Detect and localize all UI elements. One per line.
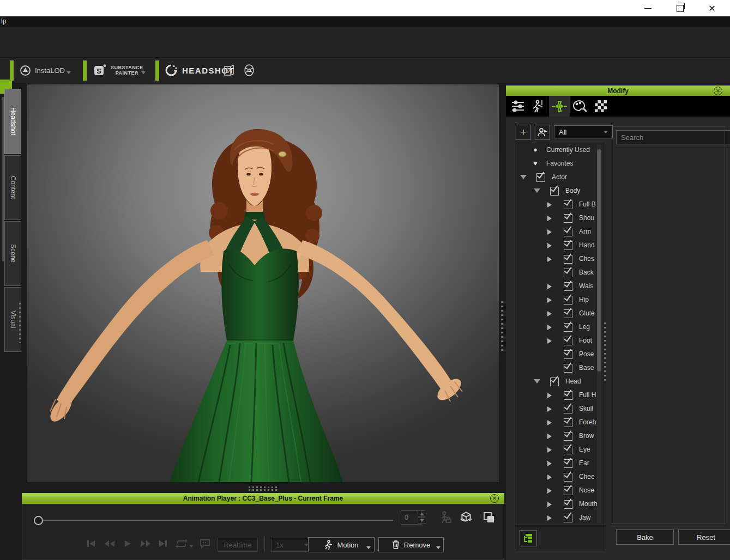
tree-row[interactable]: Base	[515, 361, 606, 375]
speed-dropdown[interactable]: 1x	[271, 538, 313, 552]
tree-row[interactable]: Hip	[515, 293, 606, 307]
checkbox-checked[interactable]	[564, 459, 572, 468]
add-actor-morph-button[interactable]	[535, 125, 550, 140]
checkbox-checked[interactable]	[564, 432, 572, 441]
checkbox-checked[interactable]	[564, 337, 572, 345]
substance-painter-button[interactable]: S SUBSTANCE PAINTER	[93, 62, 143, 79]
category-filter-dropdown[interactable]: All	[554, 125, 613, 138]
remove-button[interactable]: Remove	[378, 537, 444, 552]
tree-row[interactable]: Hand	[515, 239, 606, 252]
tree-row[interactable]: Jaw	[515, 511, 606, 525]
duplicate-view-button[interactable]	[482, 511, 496, 524]
tree-row[interactable]: Ear	[515, 456, 606, 470]
checkbox-checked[interactable]	[564, 228, 572, 236]
restore-button[interactable]	[667, 0, 692, 16]
minimize-button[interactable]	[635, 0, 660, 16]
checkbox-checked[interactable]	[564, 255, 572, 264]
tree-row[interactable]: Leg	[515, 320, 606, 334]
tree-view-toggle-button[interactable]	[520, 530, 537, 546]
checkbox-checked[interactable]	[564, 446, 572, 454]
modify-close-icon[interactable]: ✕	[714, 87, 722, 95]
expand-icon[interactable]	[547, 515, 552, 521]
tree-row[interactable]: Body	[515, 184, 606, 198]
expand-icon[interactable]	[547, 474, 552, 480]
frame-up-button[interactable]	[418, 510, 426, 517]
expand-icon[interactable]	[547, 420, 552, 425]
expand-icon[interactable]	[547, 297, 552, 303]
expand-icon[interactable]	[547, 216, 552, 221]
tree-row[interactable]: Glute	[515, 307, 606, 320]
checkbox-checked[interactable]	[564, 282, 572, 291]
tree-row[interactable]: Mouth	[515, 497, 606, 511]
checkbox-checked[interactable]	[564, 391, 572, 400]
mirror-card-button[interactable]	[222, 63, 236, 77]
expand-icon[interactable]	[547, 461, 552, 466]
tree-row[interactable]: Actor	[515, 171, 606, 184]
tree-row[interactable]: Shou	[515, 211, 606, 225]
mask-button[interactable]	[242, 63, 256, 77]
expand-icon[interactable]	[547, 434, 552, 439]
tree-row[interactable]: Foreh	[515, 416, 606, 429]
tab-headshot[interactable]: Headshot	[4, 89, 21, 154]
tab-material[interactable]	[590, 96, 611, 117]
expand-icon[interactable]	[547, 229, 552, 235]
tree-row[interactable]: Skull	[515, 402, 606, 416]
last-frame-button[interactable]	[158, 539, 168, 548]
bottom-splitter-handle[interactable]	[249, 486, 279, 491]
checkbox-checked[interactable]	[564, 214, 572, 223]
expand-icon[interactable]	[547, 502, 552, 507]
anim-player-titlebar[interactable]: Animation Player : CC3_Base_Plus - Curre…	[22, 493, 504, 504]
anim-player-close-icon[interactable]: ✕	[490, 494, 499, 503]
motion-dropdown-arrow[interactable]	[366, 546, 371, 549]
expand-icon[interactable]	[547, 406, 552, 412]
tree-row[interactable]: Arm	[515, 225, 606, 239]
checkbox-checked[interactable]	[564, 309, 572, 318]
checkbox-checked[interactable]	[564, 500, 572, 509]
reset-button[interactable]: Reset	[678, 529, 730, 545]
collapse-icon[interactable]	[534, 188, 540, 193]
expand-icon[interactable]	[547, 311, 552, 316]
checkbox-checked[interactable]	[564, 514, 572, 522]
expand-icon[interactable]	[547, 257, 552, 262]
checkbox-checked[interactable]	[564, 350, 572, 359]
timeline-slider-knob[interactable]	[34, 516, 43, 525]
checkbox-checked[interactable]	[564, 269, 572, 277]
rewind-button[interactable]	[104, 539, 116, 548]
tree-row[interactable]: Back	[515, 266, 606, 279]
tree-row[interactable]: Pose	[515, 348, 606, 361]
expand-icon[interactable]	[547, 488, 552, 494]
right-splitter-handle[interactable]	[501, 301, 503, 354]
expand-icon[interactable]	[547, 325, 552, 330]
first-frame-button[interactable]	[86, 539, 96, 548]
play-button[interactable]	[123, 539, 132, 548]
tree-scrollbar[interactable]	[597, 145, 601, 523]
tab-content[interactable]: Content	[4, 155, 21, 220]
checkbox-checked[interactable]	[536, 173, 545, 182]
left-splitter-handle[interactable]	[19, 303, 21, 343]
checkbox-checked[interactable]	[564, 405, 572, 413]
tree-row[interactable]: Full B	[515, 198, 606, 211]
close-button[interactable]: ✕	[699, 0, 725, 16]
checkbox-checked[interactable]	[564, 296, 572, 305]
tab-morph-active[interactable]	[549, 96, 570, 117]
tree-row[interactable]: Full H	[515, 388, 606, 402]
checkbox-checked[interactable]	[564, 418, 572, 427]
tree-row[interactable]: Brow	[515, 429, 606, 443]
tab-appearance[interactable]	[570, 96, 590, 117]
tree-scrollbar-thumb[interactable]	[597, 149, 601, 372]
tab-pose[interactable]	[528, 96, 549, 117]
tab-scene[interactable]: Scene	[4, 221, 21, 286]
remove-dropdown-arrow[interactable]	[436, 546, 441, 549]
realtime-button[interactable]: Realtime	[218, 538, 258, 552]
checkbox-checked[interactable]	[564, 241, 572, 250]
tree-row[interactable]: Eye	[515, 443, 606, 456]
turntable-mode-button[interactable]	[459, 510, 473, 525]
motion-button[interactable]: Motion	[308, 537, 375, 552]
menu-item-help-partial[interactable]: lp	[1, 17, 6, 25]
checkbox-checked[interactable]	[564, 323, 572, 332]
frame-down-button[interactable]	[418, 517, 426, 524]
comment-button[interactable]	[200, 539, 210, 549]
tab-attribute-sliders[interactable]	[508, 96, 528, 117]
instalod-dropdown-arrow[interactable]	[67, 71, 71, 74]
substance-dropdown-arrow[interactable]	[141, 71, 146, 74]
